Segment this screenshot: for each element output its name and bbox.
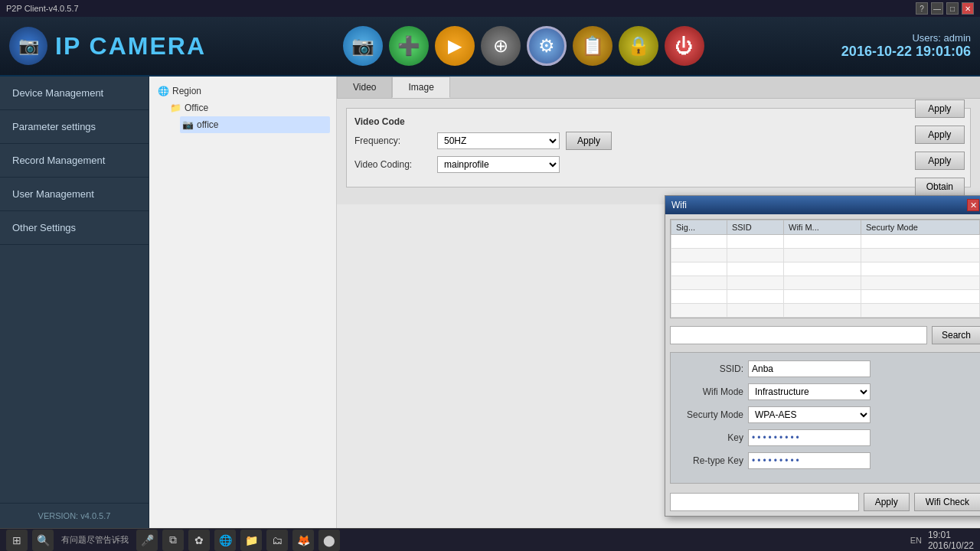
taskbar-right: EN 19:01 2016/10/22 bbox=[910, 530, 974, 551]
tree-item-region[interactable]: 🌐 Region bbox=[155, 83, 330, 99]
content-area: Video Image Video Code Frequency: 50HZ 6… bbox=[337, 77, 980, 528]
security-row: Securty Mode WPA-AES WPA-TKIP WPA2-AES W… bbox=[678, 406, 972, 423]
lock-nav-button[interactable]: 🔒 bbox=[619, 26, 658, 66]
wifi-table: Sig... SSID Wifi M... Securty Mode bbox=[671, 220, 980, 318]
users-label: Users: admin bbox=[841, 32, 971, 44]
table-row[interactable] bbox=[671, 290, 980, 304]
settings-panel: Video Code Frequency: 50HZ 60HZ Apply Vi… bbox=[337, 99, 980, 204]
header: 📷 IP CAMERA 📷 ➕ ▶ ⊕ ⚙ 📋 🔒 ⏻ Users: admin… bbox=[0, 17, 980, 77]
coding-row: Video Coding: mainprofile baseline high bbox=[354, 156, 962, 173]
task-view-button[interactable]: ⧉ bbox=[162, 530, 184, 551]
search-button[interactable]: Search bbox=[932, 326, 980, 344]
ssid-row: SSID: bbox=[678, 360, 972, 377]
camera-nav-button[interactable]: 📷 bbox=[343, 26, 383, 66]
col-signal: Sig... bbox=[671, 220, 727, 235]
start-button[interactable]: ⊞ bbox=[6, 530, 28, 551]
files-nav-button[interactable]: 📋 bbox=[573, 26, 612, 66]
col-wifi-mode: Wifi M... bbox=[784, 220, 861, 235]
table-row[interactable] bbox=[671, 262, 980, 276]
add-nav-button[interactable]: ➕ bbox=[389, 26, 429, 66]
settings-nav-button[interactable]: ⚙ bbox=[527, 26, 567, 66]
wifi-close-button[interactable]: ✕ bbox=[967, 199, 979, 211]
frequency-select[interactable]: 50HZ 60HZ bbox=[437, 132, 560, 149]
right-apply-button-1[interactable]: Apply bbox=[915, 99, 965, 118]
camera-icon: 📷 bbox=[9, 27, 47, 65]
table-row[interactable] bbox=[671, 276, 980, 290]
minimize-button[interactable]: — bbox=[931, 2, 943, 15]
frequency-label: Frequency: bbox=[354, 135, 431, 146]
wifi-table-container: Sig... SSID Wifi M... Securty Mode bbox=[670, 219, 980, 318]
header-right: Users: admin 2016-10-22 19:01:06 bbox=[841, 32, 971, 60]
wifi-dialog-titlebar: Wifi ✕ bbox=[665, 196, 980, 214]
region-icon: 🌐 bbox=[157, 85, 169, 97]
tree-item-office-child[interactable]: 📷 office bbox=[180, 116, 330, 133]
right-apply-button-2[interactable]: Apply bbox=[915, 126, 965, 144]
taskbar: ⊞ 🔍 有问题尽管告诉我 🎤 ⧉ ✿ 🌐 📁 🗂 🦊 ⬤ EN 19:01 20… bbox=[0, 528, 980, 551]
right-apply-buttons: Apply Apply Apply Obtain bbox=[915, 99, 965, 196]
security-select[interactable]: WPA-AES WPA-TKIP WPA2-AES WEP None bbox=[748, 406, 871, 423]
video-code-section: Video Code Frequency: 50HZ 60HZ Apply Vi… bbox=[346, 108, 971, 187]
taskbar-app3[interactable]: 📁 bbox=[240, 530, 262, 551]
help-button[interactable]: ? bbox=[916, 2, 928, 15]
office-folder-icon: 📁 bbox=[169, 102, 181, 114]
key-row: Key bbox=[678, 429, 972, 446]
col-ssid: SSID bbox=[727, 220, 783, 235]
table-row[interactable] bbox=[671, 304, 980, 318]
sidebar-item-user-management[interactable]: User Management bbox=[0, 178, 149, 211]
key-label: Key bbox=[678, 432, 743, 443]
search-taskbar-button[interactable]: 🔍 bbox=[32, 530, 54, 551]
taskbar-app6[interactable]: ⬤ bbox=[318, 530, 340, 551]
header-nav: 📷 ➕ ▶ ⊕ ⚙ 📋 🔒 ⏻ bbox=[343, 26, 704, 66]
tab-image[interactable]: Image bbox=[392, 77, 449, 98]
wifi-apply-button[interactable]: Apply bbox=[864, 493, 910, 511]
video-code-title: Video Code bbox=[354, 116, 962, 127]
coding-label: Video Coding: bbox=[354, 159, 431, 170]
tab-video[interactable]: Video bbox=[337, 77, 392, 98]
logo: 📷 IP CAMERA bbox=[9, 27, 206, 65]
sidebar-item-record-management[interactable]: Record Management bbox=[0, 144, 149, 178]
table-row[interactable] bbox=[671, 235, 980, 249]
sidebar-version: VERSION: v4.0.5.7 bbox=[0, 503, 149, 528]
col-security: Securty Mode bbox=[861, 220, 980, 235]
taskbar-time: 19:01 2016/10/22 bbox=[928, 530, 974, 551]
sidebar-item-other-settings[interactable]: Other Settings bbox=[0, 211, 149, 245]
taskbar-app4[interactable]: 🗂 bbox=[266, 530, 288, 551]
taskbar-app5[interactable]: 🦊 bbox=[292, 530, 314, 551]
wifi-status-input[interactable] bbox=[670, 493, 859, 511]
wifi-mode-label: Wifi Mode bbox=[678, 386, 743, 397]
table-row[interactable] bbox=[671, 249, 980, 262]
retype-label: Re-type Key bbox=[678, 455, 743, 466]
wifi-dialog: Wifi ✕ Sig... SSID Wifi M... Securty Mod… bbox=[665, 195, 980, 517]
sidebar: Device Management Parameter settings Rec… bbox=[0, 77, 149, 528]
wifi-mode-select[interactable]: Infrastructure Ad-hoc bbox=[748, 383, 871, 400]
sidebar-item-device-management[interactable]: Device Management bbox=[0, 77, 149, 110]
ptz-nav-button[interactable]: ⊕ bbox=[481, 26, 521, 66]
coding-select[interactable]: mainprofile baseline high bbox=[437, 156, 560, 173]
tree-item-office-parent[interactable]: 📁 Office bbox=[168, 99, 330, 116]
maximize-button[interactable]: □ bbox=[946, 2, 959, 15]
mic-button[interactable]: 🎤 bbox=[136, 530, 158, 551]
datetime: 2016-10-22 19:01:06 bbox=[841, 44, 971, 60]
taskbar-app1[interactable]: ✿ bbox=[188, 530, 210, 551]
close-button[interactable]: ✕ bbox=[962, 2, 974, 15]
wifi-bottom: Apply Wifi Check bbox=[665, 488, 980, 516]
right-apply-button-3[interactable]: Apply bbox=[915, 152, 965, 170]
titlebar-controls: ? — □ ✕ bbox=[916, 2, 974, 15]
taskbar-left: ⊞ 🔍 有问题尽管告诉我 🎤 ⧉ ✿ 🌐 📁 🗂 🦊 ⬤ bbox=[6, 530, 340, 551]
power-nav-button[interactable]: ⏻ bbox=[665, 26, 704, 66]
ssid-input[interactable] bbox=[748, 360, 871, 377]
key-input[interactable] bbox=[748, 429, 871, 446]
taskbar-lang: EN bbox=[910, 536, 922, 545]
play-nav-button[interactable]: ▶ bbox=[435, 26, 475, 66]
wifi-check-button[interactable]: Wifi Check bbox=[914, 493, 980, 511]
wifi-search-input[interactable] bbox=[670, 326, 927, 344]
frequency-row: Frequency: 50HZ 60HZ Apply bbox=[354, 132, 962, 150]
sidebar-item-parameter-settings[interactable]: Parameter settings bbox=[0, 110, 149, 144]
app-title: P2P Client-v4.0.5.7 bbox=[6, 4, 79, 13]
right-obtain-button[interactable]: Obtain bbox=[915, 178, 965, 196]
apply-button-1[interactable]: Apply bbox=[566, 132, 612, 150]
tabs: Video Image bbox=[337, 77, 980, 99]
retype-input[interactable] bbox=[748, 452, 871, 469]
wifi-form: SSID: Wifi Mode Infrastructure Ad-hoc Se… bbox=[670, 352, 980, 484]
taskbar-app2[interactable]: 🌐 bbox=[214, 530, 236, 551]
